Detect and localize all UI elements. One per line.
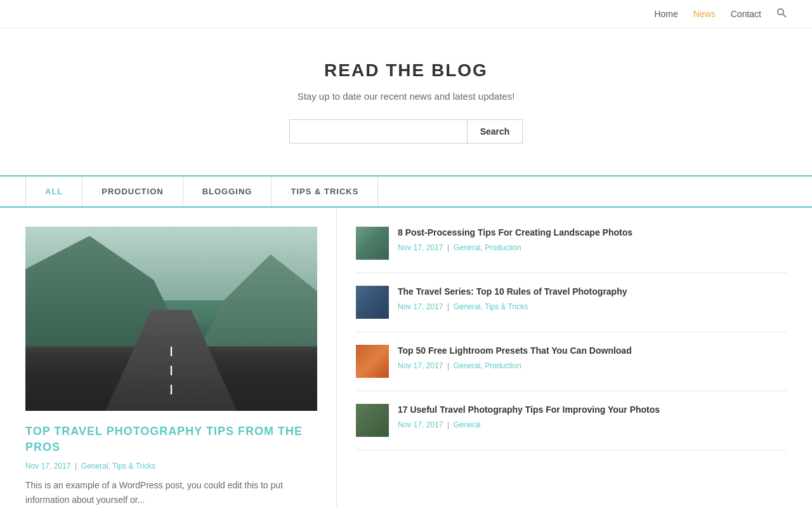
post-thumbnail bbox=[356, 286, 389, 319]
tab-all[interactable]: ALL bbox=[25, 177, 82, 206]
featured-post-date: Nov 17, 2017 bbox=[25, 462, 70, 471]
nav-news[interactable]: News bbox=[693, 9, 716, 19]
road-line bbox=[171, 347, 173, 402]
post-category-production[interactable]: Production bbox=[485, 361, 521, 370]
list-item: 8 Post-Processing Tips For Creating Land… bbox=[356, 227, 787, 273]
featured-post: TOP TRAVEL PHOTOGRAPHY TIPS FROM THE PRO… bbox=[25, 208, 336, 508]
list-item: 17 Useful Travel Photography Tips For Im… bbox=[356, 391, 787, 450]
svg-point-0 bbox=[778, 9, 783, 15]
list-item: Top 50 Free Lightroom Presets That You C… bbox=[356, 332, 787, 391]
post-category-general[interactable]: General bbox=[454, 302, 481, 311]
list-item: The Travel Series: Top 10 Rules of Trave… bbox=[356, 273, 787, 332]
tab-tips-tricks[interactable]: TIPS & TRICKS bbox=[272, 177, 378, 206]
post-date: Nov 17, 2017 bbox=[398, 420, 443, 429]
site-header: Home News Contact bbox=[0, 0, 812, 29]
thumbnail-image bbox=[356, 345, 389, 378]
main-nav: Home News Contact bbox=[654, 8, 787, 20]
post-list-meta: Nov 17, 2017 | General bbox=[398, 420, 787, 429]
search-bar: Search bbox=[13, 119, 799, 144]
road-scene-image bbox=[25, 227, 317, 411]
post-list-title[interactable]: 8 Post-Processing Tips For Creating Land… bbox=[398, 227, 787, 239]
featured-post-title[interactable]: TOP TRAVEL PHOTOGRAPHY TIPS FROM THE PRO… bbox=[25, 424, 317, 455]
post-list-info: 8 Post-Processing Tips For Creating Land… bbox=[398, 227, 787, 252]
post-list-title[interactable]: 17 Useful Travel Photography Tips For Im… bbox=[398, 404, 787, 417]
post-category-general[interactable]: General bbox=[454, 420, 481, 429]
tab-blogging[interactable]: BLOGGING bbox=[183, 177, 272, 206]
category-tabs: ALL PRODUCTION BLOGGING TIPS & TRICKS bbox=[0, 175, 812, 208]
post-date: Nov 17, 2017 bbox=[398, 302, 443, 311]
post-list-meta: Nov 17, 2017 | General, Tips & Tricks bbox=[398, 302, 787, 311]
page-title: READ THE BLOG bbox=[13, 60, 799, 81]
featured-post-meta: Nov 17, 2017 | General, Tips & Tricks bbox=[25, 462, 317, 471]
hero-section: READ THE BLOG Stay up to date our recent… bbox=[0, 29, 812, 163]
post-thumbnail bbox=[356, 345, 389, 378]
main-content: TOP TRAVEL PHOTOGRAPHY TIPS FROM THE PRO… bbox=[0, 208, 812, 508]
thumbnail-image bbox=[356, 286, 389, 319]
post-list-title[interactable]: Top 50 Free Lightroom Presets That You C… bbox=[398, 345, 787, 358]
featured-post-excerpt: This is an example of a WordPress post, … bbox=[25, 478, 317, 507]
post-category-general[interactable]: General bbox=[454, 361, 481, 370]
search-input[interactable] bbox=[289, 119, 467, 144]
featured-image bbox=[25, 227, 317, 411]
featured-post-category-general[interactable]: General bbox=[81, 462, 108, 471]
tab-production[interactable]: PRODUCTION bbox=[82, 177, 183, 206]
post-date: Nov 17, 2017 bbox=[398, 243, 443, 252]
post-thumbnail bbox=[356, 227, 389, 260]
post-date: Nov 17, 2017 bbox=[398, 361, 443, 370]
post-category-general[interactable]: General bbox=[454, 243, 481, 252]
featured-post-category-tips[interactable]: Tips & Tricks bbox=[112, 462, 155, 471]
post-list-meta: Nov 17, 2017 | General, Production bbox=[398, 361, 787, 370]
search-button[interactable]: Search bbox=[467, 119, 523, 144]
thumbnail-image bbox=[356, 404, 389, 437]
post-list-title[interactable]: The Travel Series: Top 10 Rules of Trave… bbox=[398, 286, 787, 298]
post-list-info: 17 Useful Travel Photography Tips For Im… bbox=[398, 404, 787, 429]
hero-subtitle: Stay up to date our recent news and late… bbox=[13, 91, 799, 102]
post-category-production[interactable]: Production bbox=[485, 243, 521, 252]
nav-home[interactable]: Home bbox=[654, 9, 678, 19]
post-list-info: The Travel Series: Top 10 Rules of Trave… bbox=[398, 286, 787, 311]
nav-contact[interactable]: Contact bbox=[731, 9, 761, 19]
post-thumbnail bbox=[356, 404, 389, 437]
search-icon-button[interactable] bbox=[776, 8, 787, 20]
post-category-tips[interactable]: Tips & Tricks bbox=[485, 302, 528, 311]
svg-line-1 bbox=[783, 15, 787, 18]
post-list-info: Top 50 Free Lightroom Presets That You C… bbox=[398, 345, 787, 370]
thumbnail-image bbox=[356, 227, 389, 260]
search-icon bbox=[776, 8, 787, 18]
post-list-meta: Nov 17, 2017 | General, Production bbox=[398, 243, 787, 252]
post-list: 8 Post-Processing Tips For Creating Land… bbox=[336, 208, 787, 508]
